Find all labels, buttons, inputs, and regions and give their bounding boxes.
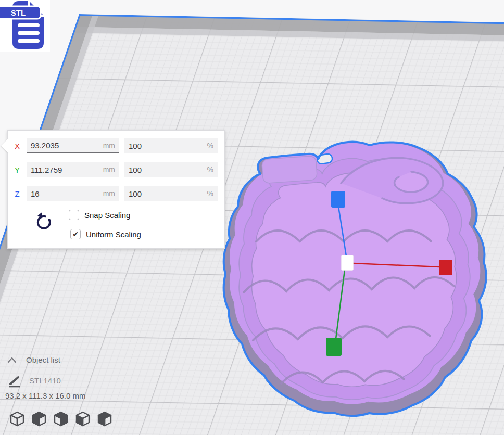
x-percent-unit: % [207,142,213,150]
x-axis-label: X [8,142,27,150]
y-size-unit: mm [103,165,115,174]
center-handle-white[interactable] [342,255,354,271]
reset-counterclockwise-arrow-icon [35,212,54,232]
view-front-button[interactable] [31,411,47,427]
document-icon: STL [0,0,50,52]
cura-viewport: STL X 93.2035 mm 100 % Y 111.2759 mm 10 [0,0,504,435]
view-top-button[interactable] [53,411,69,427]
scale-x-handle-red[interactable] [439,260,452,275]
z-size-input[interactable]: 16 mm [27,186,119,201]
object-name: STL1410 [29,376,61,385]
x-percent-input[interactable]: 100 % [124,138,218,153]
model-raspberry-mold[interactable] [224,142,486,416]
object-list-item[interactable]: STL1410 [7,373,61,388]
x-size-input[interactable]: 93.2035 mm [27,138,119,153]
cube-wireframe-icon [9,411,25,427]
snap-scaling-label: Snap Scaling [84,211,130,220]
uniform-scaling-checkbox[interactable]: ✔ [70,229,81,239]
y-percent-input[interactable]: 100 % [124,162,218,177]
object-list-label: Object list [26,355,60,364]
z-size-unit: mm [103,189,115,198]
view-3d-button[interactable] [9,411,25,427]
x-size-unit: mm [103,142,115,150]
scale-tool-panel: X 93.2035 mm 100 % Y 111.2759 mm 100 % Z [7,130,225,249]
view-left-button[interactable] [75,411,91,427]
y-axis-label: Y [8,165,27,174]
cube-solid-icon [31,411,47,427]
cube-top-left-filled-icon [97,411,112,427]
svg-text:STL: STL [11,8,26,17]
uniform-scaling-label: Uniform Scaling [86,230,141,239]
camera-view-toolbar [9,411,112,427]
cube-top-right-filled-icon [53,411,69,427]
reset-scale-button[interactable] [35,212,54,232]
mesh-pencil-icon [7,373,22,388]
checkmark-icon: ✔ [72,231,79,238]
stl-file-logo: STL [0,0,50,52]
scale-y-handle-green[interactable] [326,338,342,356]
model-dimensions-label: 93.2 x 111.3 x 16.0 mm [5,391,86,400]
scale-z-handle-blue[interactable] [331,191,345,208]
y-percent-unit: % [207,165,213,174]
z-percent-input[interactable]: 100 % [124,186,218,201]
snap-scaling-checkbox[interactable] [69,210,79,220]
z-axis-label: Z [8,189,27,198]
z-percent-unit: % [207,189,213,198]
chevron-up-icon [7,356,17,364]
cube-left-filled-icon [75,411,91,427]
panel-notch [1,139,8,152]
stl-badge: STL [0,6,41,19]
view-right-button[interactable] [97,411,112,427]
y-size-input[interactable]: 111.2759 mm [27,162,119,177]
object-list-toggle[interactable]: Object list [7,355,60,364]
